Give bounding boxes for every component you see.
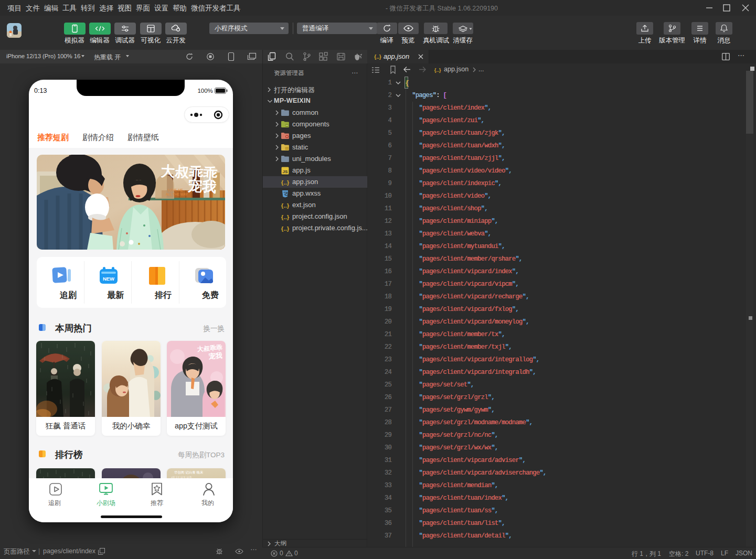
svg-text:LOVE ME: LOVE ME (168, 188, 184, 192)
svg-text:{..}: {..} (281, 214, 290, 220)
svg-text:ALL THE WAY: ALL THE WAY (166, 192, 188, 196)
svg-text:NEW: NEW (103, 276, 114, 282)
svg-text:宠我: 宠我 (208, 351, 222, 360)
svg-text:宠我: 宠我 (187, 178, 217, 195)
svg-text:华创阁 记白青 晚来: 华创阁 记白青 晚来 (174, 470, 204, 475)
svg-text:{..}: {..} (281, 179, 290, 186)
svg-text:{..}: {..} (281, 225, 290, 232)
svg-text:{..}: {..} (374, 54, 381, 60)
svg-text:{..}: {..} (434, 67, 441, 73)
svg-text:{..}: {..} (281, 202, 290, 209)
svg-text:JS: JS (283, 169, 288, 174)
